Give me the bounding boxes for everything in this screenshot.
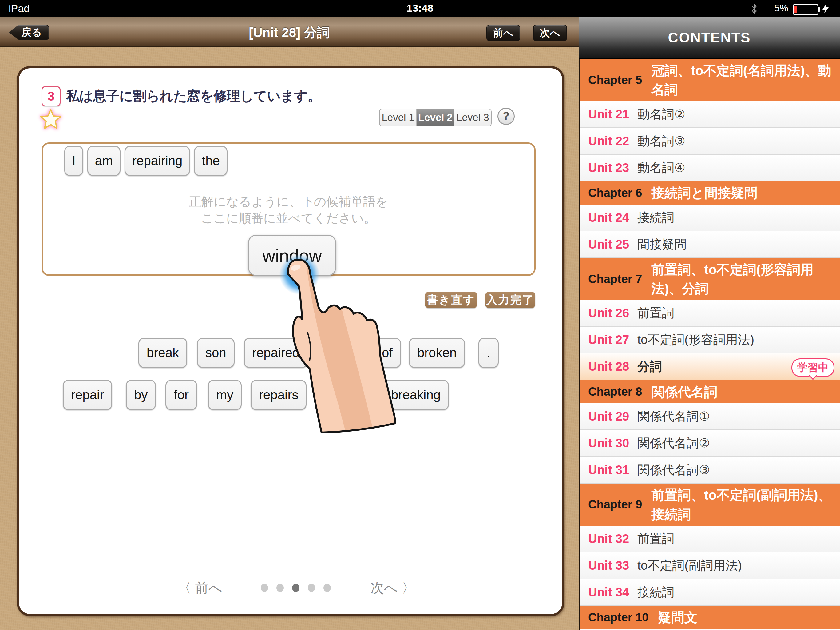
help-button[interactable]: ?: [497, 108, 515, 125]
sidebar-item-unit-25[interactable]: Unit 25間接疑問: [579, 231, 840, 258]
bluetooth-icon: [752, 4, 757, 14]
level-option-level-2[interactable]: Level 2: [417, 109, 454, 126]
chapter-header: Chapter 6接続詞と間接疑問: [579, 182, 840, 204]
unit-title: 動名詞②: [637, 106, 685, 123]
chapter-label: Chapter 8: [588, 385, 642, 398]
sidebar-item-unit-34[interactable]: Unit 34接続詞: [579, 579, 840, 606]
unit-title: 接続詞: [637, 209, 674, 226]
chapter-title: 前置詞、to不定詞(副詞用法)、接続詞: [651, 486, 840, 524]
word-bank-tile[interactable]: breaking: [383, 380, 449, 410]
chapter-header: Chapter 7前置詞、to不定詞(形容詞用法)、分詞: [579, 258, 840, 300]
unit-number: Unit 34: [588, 586, 637, 599]
word-bank-tile[interactable]: repaired: [244, 338, 308, 368]
sidebar-item-unit-24[interactable]: Unit 24接続詞: [579, 204, 840, 231]
answer-placeholder: 正解になるように、下の候補単語を ここに順番に並べてください。: [43, 193, 534, 226]
word-bank-tile[interactable]: for: [166, 380, 197, 410]
sidebar-item-unit-31[interactable]: Unit 31関係代名詞③: [579, 457, 840, 484]
sidebar-item-unit-28[interactable]: Unit 28分詞学習中: [579, 353, 840, 380]
unit-title: 関係代名詞②: [637, 435, 710, 451]
unit-number: Unit 33: [588, 559, 637, 573]
unit-title: 間接疑問: [637, 236, 687, 253]
navigation-bar: 戻る [Unit 28] 分詞 前へ 次へ: [0, 17, 579, 47]
page-dots: [261, 584, 331, 592]
favorite-star-icon[interactable]: [39, 108, 62, 130]
input-done-button[interactable]: 入力完了: [485, 291, 535, 308]
unit-title: 前置詞: [637, 530, 674, 547]
chapter-label: Chapter 9: [588, 498, 642, 511]
sidebar-item-unit-26[interactable]: Unit 26前置詞: [579, 300, 840, 327]
question-number-badge: 3: [41, 86, 61, 106]
unit-number: Unit 27: [588, 333, 637, 347]
placed-word-tile[interactable]: the: [194, 146, 227, 176]
word-bank-tile[interactable]: .: [478, 338, 499, 368]
placed-word-tile[interactable]: am: [87, 146, 120, 176]
clock: 13:48: [0, 2, 840, 14]
unit-number: Unit 23: [588, 161, 637, 175]
unit-number: Unit 28: [588, 359, 637, 374]
chapter-label: Chapter 6: [588, 187, 642, 199]
unit-title: 分詞: [637, 358, 662, 375]
sidebar-item-unit-23[interactable]: Unit 23動名詞④: [579, 155, 840, 182]
unit-title: 動名詞④: [637, 159, 685, 176]
word-bank-tile[interactable]: my: [208, 380, 242, 410]
unit-number: Unit 32: [588, 532, 637, 546]
level-segmented-control: Level 1Level 2Level 3: [379, 109, 492, 127]
page-dot[interactable]: [308, 584, 315, 592]
sidebar-item-unit-33[interactable]: Unit 33to不定詞(副詞用法): [579, 552, 840, 579]
word-bank-tile[interactable]: son: [197, 338, 235, 368]
unit-number: Unit 26: [588, 306, 637, 320]
sidebar-item-unit-32[interactable]: Unit 32前置詞: [579, 526, 840, 552]
word-bank-tile[interactable]: of: [374, 338, 401, 368]
prev-unit-button[interactable]: 前へ: [486, 25, 520, 41]
unit-number: Unit 30: [588, 436, 637, 450]
unit-title: 関係代名詞①: [637, 408, 710, 425]
page-dot[interactable]: [276, 584, 284, 592]
word-bank-tile[interactable]: repairs: [251, 380, 306, 410]
chapter-title: 関係代名詞: [651, 382, 840, 401]
next-unit-button[interactable]: 次へ: [533, 25, 567, 41]
chapter-title: 接続詞と間接疑問: [651, 184, 840, 203]
question-text: 私は息子に割られた窓を修理しています。: [66, 87, 527, 105]
unit-title: 接続詞: [637, 584, 674, 601]
placed-word-tile[interactable]: I: [64, 146, 83, 176]
pager-next-button[interactable]: 次へ 〉: [371, 579, 415, 597]
sidebar-item-unit-27[interactable]: Unit 27to不定詞(形容詞用法): [579, 327, 840, 353]
touch-indicator: [279, 254, 320, 295]
unit-title: to不定詞(形容詞用法): [637, 331, 754, 348]
level-option-level-3[interactable]: Level 3: [455, 109, 491, 126]
placed-word-tile[interactable]: repairing: [125, 146, 190, 176]
unit-title: to不定詞(副詞用法): [637, 557, 742, 574]
unit-title: 前置詞: [637, 304, 674, 321]
battery-icon: [793, 4, 818, 15]
unit-number: Unit 24: [588, 211, 637, 225]
page-dot[interactable]: [261, 584, 268, 592]
rewrite-button[interactable]: 書き直す: [425, 291, 477, 308]
chapter-label: Chapter 10: [588, 611, 649, 624]
pager-prev-button[interactable]: 〈 前へ: [178, 579, 222, 597]
sidebar-item-unit-22[interactable]: Unit 22動名詞③: [579, 128, 840, 155]
chapter-label: Chapter 7: [588, 272, 642, 286]
sidebar-item-unit-21[interactable]: Unit 21動名詞②: [579, 101, 840, 128]
sidebar-item-unit-29[interactable]: Unit 29関係代名詞①: [579, 403, 840, 430]
chapter-header: Chapter 10疑問文: [579, 606, 840, 629]
word-bank-tile[interactable]: repair: [63, 380, 112, 410]
unit-number: Unit 25: [588, 237, 637, 251]
page-dot[interactable]: [292, 584, 300, 592]
battery-level-fill: [794, 6, 797, 13]
unit-number: Unit 21: [588, 108, 637, 121]
word-bank-tile[interactable]: broke: [317, 380, 366, 410]
unit-number: Unit 22: [588, 134, 637, 148]
placed-words-row: Iamrepairingthe: [64, 146, 227, 176]
chapter-title: 冠詞、to不定詞(名詞用法)、動名詞: [651, 61, 840, 99]
word-bank-tile[interactable]: by: [126, 380, 156, 410]
level-option-level-1[interactable]: Level 1: [380, 109, 417, 126]
page-dot[interactable]: [324, 584, 331, 592]
word-bank-tile[interactable]: break: [138, 338, 187, 368]
sidebar-item-unit-30[interactable]: Unit 30関係代名詞②: [579, 430, 840, 457]
studying-badge: 学習中: [791, 358, 834, 377]
unit-title: 動名詞③: [637, 133, 685, 149]
chapter-title: 前置詞、to不定詞(形容詞用法)、分詞: [651, 260, 840, 298]
word-bank-tile[interactable]: broken: [409, 338, 465, 368]
status-bar: iPad 13:48 5%: [0, 0, 840, 17]
chapter-title: 疑問文: [658, 608, 840, 627]
